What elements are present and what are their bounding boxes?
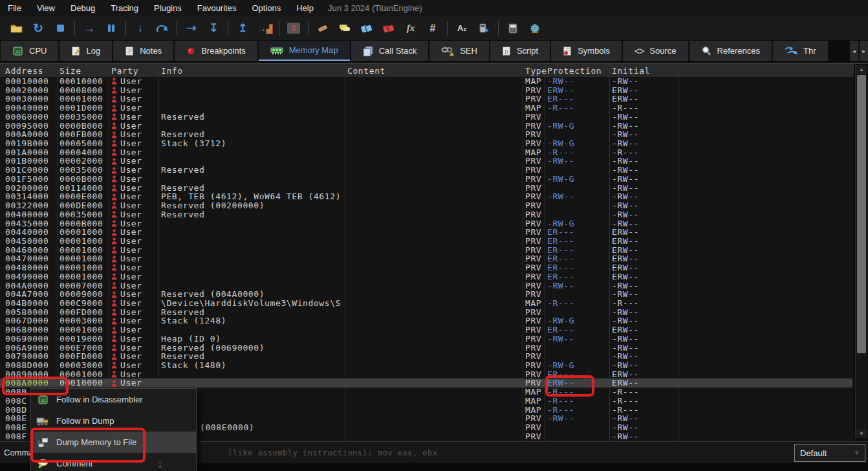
- step-into-icon[interactable]: ↓: [131, 20, 150, 37]
- table-row[interactable]: 0069000000019000UserHeap (ID 0)PRV-RW---…: [0, 334, 852, 344]
- profile-dropdown[interactable]: Default ▼: [794, 444, 865, 462]
- menu-tracing[interactable]: Tracing: [103, 0, 146, 16]
- column-header-protection[interactable]: Protection: [547, 66, 602, 76]
- table-row[interactable]: 0089000000001000UserPRVER---ERW--: [0, 370, 852, 379]
- table-row[interactable]: 0044000000001000UserPRVER---ERW--: [0, 228, 852, 237]
- scroll-down-icon[interactable]: ▼: [856, 429, 867, 438]
- table-row[interactable]: 0048000000001000UserPRVER---ERW--: [0, 263, 852, 272]
- functions-icon[interactable]: fx: [401, 20, 420, 37]
- table-row[interactable]: 003140000000E000UserPEB, TEB (4612), WoW…: [0, 192, 852, 201]
- table-row[interactable]: 004A000000007000UserPRV-RW---RW--: [0, 281, 852, 290]
- table-row[interactable]: 0046000000001000UserPRVER---ERW--: [0, 246, 852, 255]
- table-row[interactable]: 004350000000B000UserPRV-RW-G-RW--: [0, 219, 852, 228]
- menu-plugins[interactable]: Plugins: [146, 0, 190, 16]
- user-person-icon: [111, 246, 117, 254]
- execute-till-return-icon[interactable]: ↥: [233, 20, 252, 37]
- table-row[interactable]: 0068000000001000UserPRVER---ERW--: [0, 325, 852, 334]
- address-cell: 001F5000: [5, 175, 57, 184]
- table-row[interactable]: 001C000000035000UserReservedPRV-RW--: [0, 166, 852, 175]
- trace-icon[interactable]: S: [284, 20, 303, 37]
- step-over-icon[interactable]: [153, 20, 172, 37]
- column-header-content[interactable]: Content: [347, 66, 385, 76]
- menu-view[interactable]: View: [29, 0, 63, 16]
- scrollbar-thumb[interactable]: [857, 75, 866, 353]
- column-header-size[interactable]: Size: [60, 66, 81, 76]
- menu-item-dump-memory-to-file[interactable]: Dump Memory to File: [31, 432, 196, 453]
- menu-favourites[interactable]: Favourites: [190, 0, 244, 16]
- vertical-scrollbar[interactable]: ▲ ▼: [855, 65, 867, 439]
- tab-memory-map[interactable]: Memory Map: [259, 41, 350, 61]
- tab-source[interactable]: <>Source: [623, 41, 688, 61]
- tab-breakpoints[interactable]: Breakpoints: [175, 41, 257, 61]
- case-icon[interactable]: Az: [452, 20, 472, 37]
- tab-call-stack[interactable]: Call Stack: [351, 41, 429, 61]
- command-hint-text[interactable]: (like assembly instructions): mov eax, e…: [228, 448, 437, 457]
- menu-item-follow-in-dump[interactable]: Follow in Dump: [31, 410, 196, 432]
- tab-notes[interactable]: Notes: [113, 41, 173, 61]
- tab-cpu[interactable]: 32CPU: [1, 41, 58, 61]
- column-header-initial[interactable]: Initial: [612, 66, 650, 76]
- labels-icon[interactable]: [357, 20, 376, 37]
- table-row[interactable]: 004B0000000C9000User\Device\HarddiskVolu…: [0, 299, 852, 308]
- table-row[interactable]: 000A0000000FB000UserReservedPRV-RW--: [0, 130, 852, 139]
- table-row[interactable]: 00580000000FD000UserReservedPRV-RW--: [0, 308, 852, 317]
- menu-item-comment[interactable]: Comment;: [31, 453, 196, 471]
- breakpoints-icon[interactable]: [379, 20, 398, 37]
- tab-seh[interactable]: !SEH: [429, 41, 489, 61]
- run-to-user-icon[interactable]: →▟: [255, 20, 274, 37]
- table-row[interactable]: 000400000001D000UserMAP-R----R---: [0, 104, 852, 113]
- tab-references[interactable]: References: [689, 41, 772, 61]
- tab-thr[interactable]: Thr: [773, 41, 828, 61]
- scroll-up-icon[interactable]: ▲: [856, 65, 867, 74]
- table-row[interactable]: 0002000000008000UserPRVERW--ERW--: [0, 86, 852, 95]
- restart-icon[interactable]: ↻: [28, 20, 48, 37]
- table-row[interactable]: 0045000000001000UserPRVER---ERW--: [0, 237, 852, 246]
- column-header-info[interactable]: Info: [161, 66, 183, 76]
- table-row[interactable]: 0001000000010000UserMAP-RW---RW--: [0, 77, 852, 86]
- column-header-party[interactable]: Party: [111, 66, 138, 76]
- table-row[interactable]: 00322000000DE000UserReserved (00200000)P…: [0, 201, 852, 210]
- table-row[interactable]: 0047000000001000UserPRVER---ERW--: [0, 254, 852, 263]
- table-row[interactable]: 000950000000B000UserPRV-RW-G-RW--: [0, 122, 852, 131]
- table-row[interactable]: 0067D00000003000UserStack (1248)PRV-RW-G…: [0, 316, 852, 325]
- table-row[interactable]: 0019B00000005000UserStack (3712)PRV-RW-G…: [0, 139, 852, 148]
- table-row[interactable]: 0003000000001000UserPRVER---ERW--: [0, 94, 852, 104]
- tab-script[interactable]: {)Script: [490, 41, 550, 61]
- tab-scroll-right-icon[interactable]: ▸: [860, 41, 868, 61]
- content-cell: [347, 166, 522, 175]
- stop-icon[interactable]: [50, 20, 70, 37]
- table-row[interactable]: 001F50000000B000UserPRV-RW-G-RW--: [0, 175, 852, 184]
- menu-item-follow-in-disassembler[interactable]: 32Follow in Disassembler: [31, 389, 196, 410]
- table-row[interactable]: 004A700000009000UserReserved (004A0000)P…: [0, 290, 852, 299]
- comments-icon[interactable]: [335, 20, 354, 37]
- step-out-icon[interactable]: ↧: [204, 20, 223, 37]
- table-row[interactable]: 0040000000035000UserReservedPRV-RW--: [0, 210, 852, 219]
- column-header-address[interactable]: Address: [5, 66, 43, 76]
- string-references-icon[interactable]: #: [423, 20, 442, 37]
- column-header-type[interactable]: Type: [525, 66, 547, 76]
- table-row[interactable]: 001B000000002000UserPRV-RW---RW--: [0, 157, 852, 166]
- table-row[interactable]: 008A000000010000UserPRVERW--ERW--: [0, 378, 852, 388]
- table-row[interactable]: 00790000000FD000UserReservedPRV-RW--: [0, 352, 852, 361]
- table-row[interactable]: 0020000000114000UserReservedPRV-RW--: [0, 184, 852, 193]
- pause-icon[interactable]: [102, 20, 121, 37]
- table-row[interactable]: 0088D00000003000UserStack (1480)PRV-RW-G…: [0, 361, 852, 370]
- calculator-send-icon[interactable]: [474, 20, 494, 37]
- calculator-icon[interactable]: [503, 20, 523, 37]
- open-folder-icon[interactable]: [6, 20, 26, 37]
- table-row[interactable]: 001A000000004000UserMAP-R----R---: [0, 148, 852, 157]
- tab-symbols[interactable]: Symbols: [551, 41, 622, 61]
- menu-debug[interactable]: Debug: [63, 0, 103, 16]
- run-to-user-code-icon[interactable]: ⇢: [182, 20, 201, 37]
- menu-file[interactable]: File: [0, 0, 29, 16]
- table-row[interactable]: 0006000000035000UserReservedPRV-RW--: [0, 113, 852, 122]
- table-row[interactable]: 0049000000001000UserPRVER---ERW--: [0, 272, 852, 281]
- menu-options[interactable]: Options: [244, 0, 288, 16]
- patches-icon[interactable]: [313, 20, 332, 37]
- run-icon[interactable]: →: [80, 20, 99, 37]
- menu-help[interactable]: Help: [288, 0, 321, 16]
- tab-log[interactable]: Log: [60, 41, 112, 61]
- table-row[interactable]: 006A9000000E7000UserReserved (00690000)P…: [0, 344, 852, 353]
- internet-icon[interactable]: [525, 20, 545, 37]
- tab-scroll-left-icon[interactable]: ◂: [850, 41, 858, 61]
